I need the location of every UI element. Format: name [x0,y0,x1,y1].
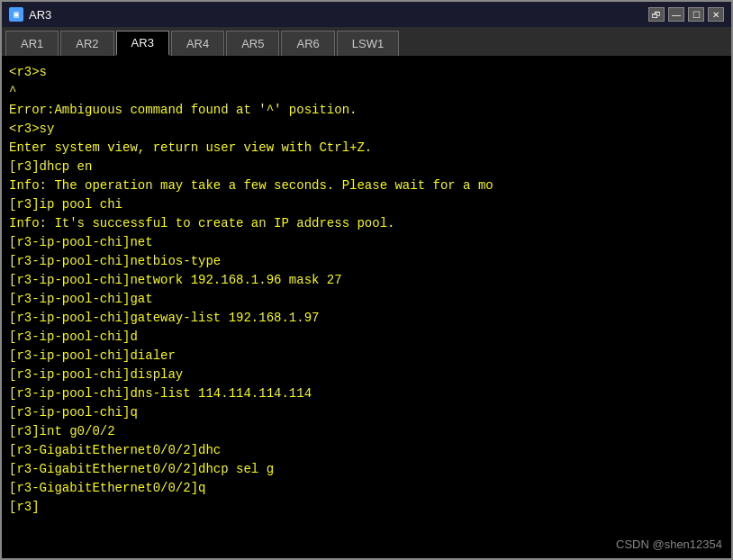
restore-button[interactable]: 🗗 [648,7,665,22]
terminal-line: <r3>sy [9,120,724,139]
terminal-line: [r3-ip-pool-chi]display [9,366,724,384]
terminal-line: Info: It's successful to create an IP ad… [9,214,724,233]
terminal-line: [r3]dhcp en [9,158,724,176]
terminal-line: [r3-GigabitEthernet0/0/2]q [9,479,724,498]
close-button[interactable]: ✕ [708,7,724,22]
tab-ar5[interactable]: AR5 [226,31,279,56]
tab-ar1[interactable]: AR1 [5,31,59,56]
terminal-line: [r3-ip-pool-chi]netbios-type [9,252,724,271]
terminal-line: <r3>s [9,63,724,82]
terminal-line: [r3-ip-pool-chi]dns-list 114.114.114.114 [9,384,724,403]
terminal-line: Error:Ambiguous command found at '^' pos… [9,101,724,120]
terminal-line: [r3-ip-pool-chi]network 192.168.1.96 mas… [9,271,724,290]
window-controls: 🗗 — ☐ ✕ [648,7,724,22]
terminal-line: Info: The operation may take a few secon… [9,176,724,195]
tab-bar: AR1 AR2 AR3 AR4 AR5 AR6 LSW1 [2,27,731,58]
tab-ar2[interactable]: AR2 [60,31,113,56]
terminal-line: [r3-ip-pool-chi]d [9,328,724,347]
tab-ar6[interactable]: AR6 [281,31,334,56]
terminal-line: [r3]ip pool chi [9,195,724,214]
tab-lsw1[interactable]: LSW1 [337,31,399,56]
terminal-line: [r3-ip-pool-chi]net [9,233,724,252]
watermark: CSDN @shen12354 [616,537,722,551]
window-title: AR3 [29,8,51,22]
terminal-line: [r3-ip-pool-chi]gateway-list 192.168.1.9… [9,309,724,328]
terminal-line: [r3]int g0/0/2 [9,422,724,441]
terminal-line: [r3-GigabitEthernet0/0/2]dhc [9,441,724,460]
terminal-line: [r3] [9,498,724,517]
title-bar: ▣ AR3 🗗 — ☐ ✕ [2,2,731,27]
terminal-line: [r3-GigabitEthernet0/0/2]dhcp sel g [9,460,724,479]
maximize-button[interactable]: ☐ [688,7,704,22]
tab-ar3[interactable]: AR3 [116,31,169,56]
minimize-button[interactable]: — [668,7,684,22]
main-window: ▣ AR3 🗗 — ☐ ✕ AR1 AR2 AR3 AR4 AR5 AR6 LS… [0,0,733,560]
title-bar-left: ▣ AR3 [9,7,51,22]
app-icon: ▣ [9,7,23,22]
tab-ar4[interactable]: AR4 [171,31,224,56]
terminal[interactable]: <r3>s^Error:Ambiguous command found at '… [2,58,731,522]
terminal-wrapper: <r3>s^Error:Ambiguous command found at '… [2,58,731,558]
terminal-line: [r3-ip-pool-chi]dialer [9,347,724,366]
terminal-line: Enter system view, return user view with… [9,139,724,158]
terminal-line: [r3-ip-pool-chi]q [9,403,724,422]
terminal-line: ^ [9,82,724,101]
terminal-line: [r3-ip-pool-chi]gat [9,290,724,309]
